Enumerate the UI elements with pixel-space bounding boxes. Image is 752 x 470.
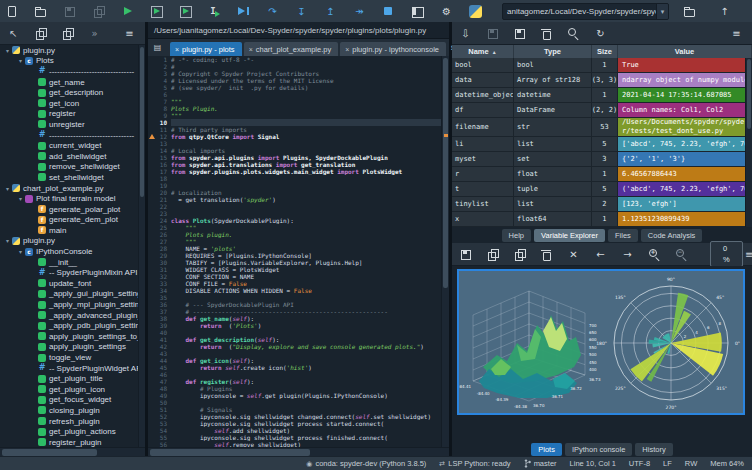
outline-item[interactable]: _apply_gui_plugin_settings <box>0 289 145 300</box>
line-number[interactable]: 44 <box>154 357 171 364</box>
line-number[interactable]: 5 <box>154 84 171 91</box>
debug-file-button[interactable] <box>237 5 250 18</box>
outline-item[interactable]: _apply_pdb_plugin_settings <box>0 320 145 331</box>
line-number[interactable]: 53 <box>154 420 171 427</box>
line-number[interactable]: 21 <box>154 196 171 203</box>
line-number[interactable]: 49 <box>154 392 171 399</box>
line-number[interactable]: 12 <box>154 133 171 140</box>
outline-item[interactable]: _apply_advanced_plugin_se <box>0 310 145 321</box>
outline-item[interactable]: __init__ <box>0 257 145 268</box>
line-number[interactable]: 33 <box>154 280 171 287</box>
outline-item[interactable]: #-- SpyderPluginMixin API - <box>0 267 145 278</box>
line-number[interactable]: 48 <box>154 385 171 392</box>
close-plot-button[interactable]: ✕ <box>567 248 580 261</box>
variable-row-t[interactable]: ttuple5('abcd', 745, 2.23, 'efgh', 70.2) <box>452 182 752 197</box>
chevron-down-icon[interactable]: ▾ <box>3 185 12 192</box>
editor-vertical-scrollbar[interactable] <box>441 56 449 447</box>
line-number[interactable]: 6 <box>154 91 171 98</box>
editor-tab-plugin-py-ipythonconsole[interactable]: ×plugin.py - ipythonconsole <box>340 42 446 56</box>
close-icon[interactable]: × <box>345 46 349 53</box>
tab-ipython-console[interactable]: IPython console <box>565 443 632 456</box>
parent-directory-button[interactable]: ↑ <box>718 5 731 18</box>
line-number[interactable]: 51 <box>154 406 171 413</box>
save-plot-button[interactable] <box>459 248 472 261</box>
line-number[interactable]: 10 <box>154 119 171 126</box>
column-header-size[interactable]: Size <box>592 45 618 58</box>
refresh-variables-button[interactable]: ↻ <box>594 27 607 40</box>
save-data-button[interactable] <box>486 27 499 40</box>
variable-row-data[interactable]: dataArray of str128(3, 3)ndarray object … <box>452 73 752 88</box>
line-number[interactable]: 17 <box>154 168 171 175</box>
line-number[interactable]: 47 <box>154 378 171 385</box>
line-number[interactable]: 54 <box>154 427 171 434</box>
outline-item[interactable]: set_shellwidget <box>0 172 145 183</box>
run-cell-button[interactable] <box>150 5 163 18</box>
chevron-down-icon[interactable]: ▾ <box>16 195 25 202</box>
continue-execution-button[interactable]: ↠ <box>353 5 366 18</box>
line-number[interactable]: 34 <box>154 287 171 294</box>
chevron-down-icon[interactable]: ▾ <box>3 47 12 54</box>
variable-explorer-options-button[interactable]: ≡ <box>730 27 743 40</box>
line-number[interactable]: 32 <box>154 273 171 280</box>
variable-row-df[interactable]: dfDataFrame(2, 2)Column names: Col1, Col… <box>452 103 752 118</box>
variable-row-x[interactable]: xfloat6411.12351230899439 <box>452 212 752 227</box>
line-number[interactable]: 46 <box>154 371 171 378</box>
outline-options-button[interactable]: ≡ <box>123 27 136 40</box>
browse-working-directory-button[interactable] <box>683 5 696 18</box>
preferences-button[interactable]: ⚙ <box>440 5 453 18</box>
outline-item[interactable]: current_widget <box>0 140 145 151</box>
outline-item[interactable]: #-------------------------------- <box>0 66 145 77</box>
line-number[interactable]: 50 <box>154 399 171 406</box>
line-number[interactable]: 13 <box>154 140 171 147</box>
next-plot-button[interactable]: → <box>621 248 634 261</box>
outline-item[interactable]: get_plugin_actions <box>0 426 145 437</box>
save-all-plots-button[interactable] <box>486 248 499 261</box>
code-editor[interactable]: 1# -*- coding: utf-8 -*-2#3# Copyright ©… <box>148 56 449 447</box>
line-number[interactable]: 9 <box>154 112 171 119</box>
variable-explorer-scrollbar[interactable] <box>745 58 752 227</box>
line-number[interactable]: 39 <box>154 322 171 329</box>
step-into-button[interactable]: ↧ <box>295 5 308 18</box>
python-environment-button[interactable] <box>469 5 482 18</box>
line-number[interactable]: 41 <box>154 336 171 343</box>
line-number[interactable]: 37 <box>154 308 171 315</box>
outline-item[interactable]: toggle_view <box>0 352 145 363</box>
tab-code-analysis[interactable]: Code Analysis <box>641 229 703 242</box>
line-number[interactable]: 31 <box>154 266 171 273</box>
outline-item[interactable]: fmain <box>0 225 145 236</box>
previous-plot-button[interactable]: ← <box>594 248 607 261</box>
outline-item[interactable]: closing_plugin <box>0 405 145 416</box>
remove-variable-button[interactable] <box>540 27 553 40</box>
line-number[interactable]: 11 <box>154 126 171 133</box>
zoom-in-button[interactable]: + <box>648 248 661 261</box>
variable-row-li[interactable]: lilist5['abcd', 745, 2.23, 'efgh', 70.2] <box>452 137 752 152</box>
plots-options-button[interactable]: ≡ <box>743 248 752 261</box>
tab-variable-explorer[interactable]: Variable Explorer <box>534 229 605 242</box>
outline-vertical-scrollbar[interactable] <box>138 45 145 447</box>
copy-plot-button[interactable] <box>513 248 526 261</box>
browse-tabs-button[interactable]: ▤ <box>151 41 164 54</box>
collapse-sections-button[interactable] <box>34 27 47 40</box>
save-file-button[interactable] <box>63 5 76 18</box>
line-number[interactable]: 27 <box>154 238 171 245</box>
line-number[interactable]: 40 <box>154 329 171 336</box>
tab-help[interactable]: Help <box>502 229 531 242</box>
variable-row-r[interactable]: rfloat16.46567886443 <box>452 167 752 182</box>
run-selection-button[interactable] <box>208 5 221 18</box>
outline-item[interactable]: ▾plugin.py <box>0 236 145 247</box>
variable-row-datetime_object[interactable]: datetime_objectdatetime12021-04-14 17:35… <box>452 88 752 103</box>
plot-canvas[interactable]: 400450500550600650700-84.41-84.40-84.39-… <box>457 269 745 415</box>
chevron-down-icon[interactable]: ▾ <box>16 57 25 64</box>
column-header-name[interactable]: Name▲ <box>452 45 514 58</box>
outline-item[interactable]: get_plugin_title <box>0 373 145 384</box>
run-file-button[interactable] <box>121 5 134 18</box>
line-number[interactable]: 7 <box>154 98 171 105</box>
line-number[interactable]: 23 <box>154 210 171 217</box>
line-number[interactable]: 8 <box>154 105 171 112</box>
stop-debug-button[interactable] <box>382 5 395 18</box>
outline-item[interactable]: get_description <box>0 87 145 98</box>
editor-tab-chart-plot-example-py[interactable]: ×chart_plot_example.py <box>244 42 339 56</box>
outline-item[interactable]: register_plugin <box>0 437 145 447</box>
outline-item[interactable]: unregister <box>0 119 145 130</box>
line-number[interactable]: 2 <box>154 63 171 70</box>
